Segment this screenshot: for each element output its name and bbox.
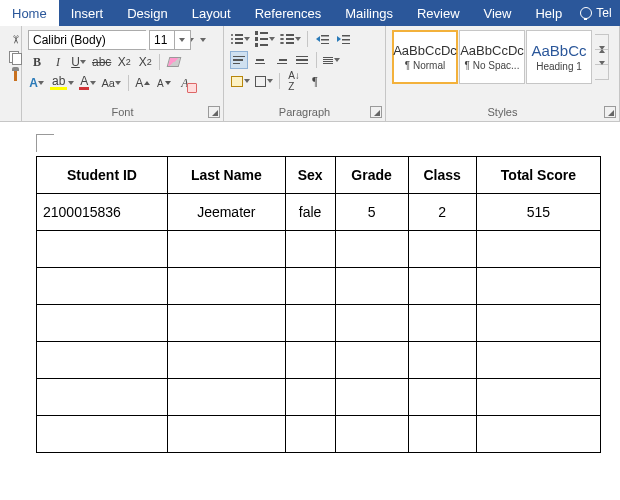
table-header-cell[interactable]: Grade bbox=[335, 157, 408, 194]
styles-dialog-launcher[interactable] bbox=[604, 106, 616, 118]
grow-font-button[interactable]: A bbox=[134, 74, 152, 92]
style-normal[interactable]: AaBbCcDc ¶ Normal bbox=[392, 30, 458, 84]
font-size-input[interactable] bbox=[150, 31, 174, 49]
tab-view[interactable]: View bbox=[472, 0, 524, 26]
tab-references[interactable]: References bbox=[243, 0, 333, 26]
table-cell[interactable] bbox=[285, 416, 335, 453]
multilevel-button[interactable] bbox=[279, 30, 302, 48]
tab-review[interactable]: Review bbox=[405, 0, 472, 26]
clear-formatting-button[interactable] bbox=[165, 53, 183, 71]
table-cell[interactable] bbox=[408, 416, 476, 453]
align-center-button[interactable] bbox=[251, 51, 269, 69]
table-cell[interactable] bbox=[476, 231, 600, 268]
table-cell[interactable] bbox=[167, 305, 285, 342]
underline-button[interactable]: U bbox=[70, 53, 88, 71]
change-case-button[interactable]: Aa bbox=[100, 74, 122, 92]
table-cell[interactable] bbox=[476, 305, 600, 342]
tab-mailings[interactable]: Mailings bbox=[333, 0, 405, 26]
clear-all-formatting-button[interactable]: A bbox=[176, 74, 194, 92]
table-row[interactable] bbox=[37, 231, 601, 268]
font-color-button[interactable]: A bbox=[78, 74, 97, 92]
table-cell[interactable]: 515 bbox=[476, 194, 600, 231]
tab-design[interactable]: Design bbox=[115, 0, 179, 26]
sort-button[interactable]: A↓Z bbox=[285, 72, 303, 90]
table-row[interactable]: 2100015836Jeematerfale52515 bbox=[37, 194, 601, 231]
table-cell[interactable] bbox=[285, 231, 335, 268]
table-cell[interactable] bbox=[408, 379, 476, 416]
numbering-button[interactable] bbox=[254, 30, 276, 48]
paragraph-dialog-launcher[interactable] bbox=[370, 106, 382, 118]
student-table[interactable]: Student IDLast NameSexGradeClassTotal Sc… bbox=[36, 156, 601, 453]
style-no-spacing[interactable]: AaBbCcDc ¶ No Spac... bbox=[459, 30, 525, 84]
strikethrough-button[interactable]: abc bbox=[91, 53, 112, 71]
align-left-button[interactable] bbox=[230, 51, 248, 69]
table-cell[interactable] bbox=[167, 379, 285, 416]
highlight-button[interactable]: ab bbox=[49, 74, 75, 92]
table-cell[interactable] bbox=[37, 379, 168, 416]
font-size-combo[interactable] bbox=[149, 30, 191, 50]
table-cell[interactable] bbox=[335, 305, 408, 342]
table-cell[interactable] bbox=[476, 342, 600, 379]
table-cell[interactable] bbox=[167, 268, 285, 305]
show-marks-button[interactable]: ¶ bbox=[306, 72, 324, 90]
table-cell[interactable] bbox=[167, 231, 285, 268]
table-cell[interactable] bbox=[167, 342, 285, 379]
table-header-cell[interactable]: Class bbox=[408, 157, 476, 194]
superscript-button[interactable]: X2 bbox=[136, 53, 154, 71]
table-cell[interactable]: 2 bbox=[408, 194, 476, 231]
table-cell[interactable] bbox=[408, 342, 476, 379]
table-cell[interactable] bbox=[285, 268, 335, 305]
table-cell[interactable] bbox=[285, 342, 335, 379]
line-spacing-button[interactable] bbox=[322, 51, 341, 69]
align-right-button[interactable] bbox=[272, 51, 290, 69]
table-cell[interactable] bbox=[37, 268, 168, 305]
table-cell[interactable] bbox=[408, 268, 476, 305]
table-cell[interactable] bbox=[408, 231, 476, 268]
table-cell[interactable] bbox=[408, 305, 476, 342]
decrease-indent-button[interactable] bbox=[313, 30, 331, 48]
justify-button[interactable] bbox=[293, 51, 311, 69]
table-header-cell[interactable]: Last Name bbox=[167, 157, 285, 194]
table-cell[interactable]: 5 bbox=[335, 194, 408, 231]
table-header-cell[interactable]: Student ID bbox=[37, 157, 168, 194]
tab-help[interactable]: Help bbox=[523, 0, 574, 26]
bold-button[interactable]: B bbox=[28, 53, 46, 71]
table-header-cell[interactable]: Sex bbox=[285, 157, 335, 194]
text-effects-button[interactable]: A bbox=[28, 74, 46, 92]
font-dialog-launcher[interactable] bbox=[208, 106, 220, 118]
table-cell[interactable] bbox=[335, 379, 408, 416]
table-cell[interactable] bbox=[335, 416, 408, 453]
table-cell[interactable] bbox=[167, 416, 285, 453]
shrink-font-button[interactable]: A bbox=[155, 74, 173, 92]
table-cell[interactable] bbox=[285, 379, 335, 416]
table-cell[interactable] bbox=[476, 268, 600, 305]
table-cell[interactable] bbox=[37, 342, 168, 379]
table-cell[interactable] bbox=[335, 231, 408, 268]
borders-button[interactable] bbox=[254, 72, 274, 90]
table-cell[interactable] bbox=[476, 379, 600, 416]
table-cell[interactable] bbox=[335, 268, 408, 305]
table-cell[interactable] bbox=[37, 231, 168, 268]
tab-home[interactable]: Home bbox=[0, 0, 59, 26]
table-row[interactable] bbox=[37, 305, 601, 342]
chevron-down-icon[interactable] bbox=[174, 31, 188, 49]
table-cell[interactable]: Jeemater bbox=[167, 194, 285, 231]
tab-layout[interactable]: Layout bbox=[180, 0, 243, 26]
tell-me[interactable]: Tel bbox=[574, 0, 617, 26]
italic-button[interactable]: I bbox=[49, 53, 67, 71]
gallery-more-button[interactable] bbox=[595, 64, 608, 79]
table-cell[interactable]: fale bbox=[285, 194, 335, 231]
table-cell[interactable] bbox=[37, 305, 168, 342]
increase-indent-button[interactable] bbox=[334, 30, 352, 48]
table-row[interactable] bbox=[37, 416, 601, 453]
tab-insert[interactable]: Insert bbox=[59, 0, 116, 26]
table-row[interactable] bbox=[37, 268, 601, 305]
document-area[interactable]: Student IDLast NameSexGradeClassTotal Sc… bbox=[0, 122, 620, 465]
style-heading-1[interactable]: AaBbCc Heading 1 bbox=[526, 30, 592, 84]
table-cell[interactable] bbox=[285, 305, 335, 342]
table-row[interactable] bbox=[37, 379, 601, 416]
subscript-button[interactable]: X2 bbox=[115, 53, 133, 71]
font-family-combo[interactable] bbox=[28, 30, 146, 50]
bullets-button[interactable] bbox=[230, 30, 251, 48]
font-size-more[interactable] bbox=[194, 31, 212, 49]
